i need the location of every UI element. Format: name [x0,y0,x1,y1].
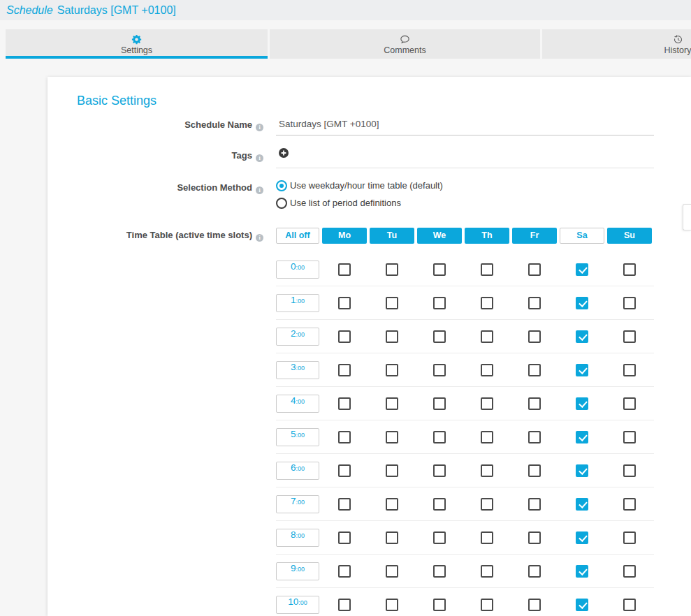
timeslot-checkbox-fr-1000[interactable] [528,599,541,611]
timeslot-checkbox-tu-400[interactable] [386,397,398,410]
radio-option[interactable]: Use weekday/hour time table (default) [276,180,654,191]
tab-settings[interactable]: Settings [6,29,268,59]
timeslot-checkbox-tu-900[interactable] [386,565,398,578]
time-slot-button[interactable]: 6:00 [276,462,319,480]
timeslot-checkbox-fr-700[interactable] [528,498,541,511]
radio-option[interactable]: Use list of period definitions [276,198,654,209]
timeslot-checkbox-mo-000[interactable] [338,263,351,276]
timeslot-checkbox-mo-600[interactable] [338,464,351,477]
timeslot-checkbox-su-500[interactable] [623,431,636,443]
timeslot-checkbox-mo-200[interactable] [338,330,351,343]
time-slot-button[interactable]: 5:00 [276,428,319,446]
time-slot-button[interactable]: 8:00 [276,529,319,547]
time-slot-button[interactable]: 10:00 [276,596,319,614]
timeslot-checkbox-tu-000[interactable] [386,263,398,276]
day-header-button-we[interactable]: We [417,228,462,244]
timeslot-checkbox-th-600[interactable] [481,464,493,477]
timeslot-checkbox-tu-300[interactable] [386,364,398,376]
day-header-button-th[interactable]: Th [465,228,509,244]
timeslot-checkbox-th-000[interactable] [481,263,493,276]
time-slot-button[interactable]: 1:00 [276,294,319,312]
timeslot-checkbox-th-900[interactable] [481,565,493,578]
day-header-button-tu[interactable]: Tu [370,228,414,244]
timeslot-checkbox-mo-300[interactable] [338,364,351,376]
timeslot-checkbox-su-200[interactable] [623,330,636,343]
timeslot-checkbox-sa-200[interactable] [576,330,588,343]
timeslot-checkbox-tu-100[interactable] [386,297,398,309]
timeslot-checkbox-sa-600[interactable] [576,464,588,477]
timeslot-checkbox-su-100[interactable] [623,297,636,309]
timeslot-checkbox-we-800[interactable] [433,531,446,544]
info-icon[interactable]: i [256,234,263,242]
timeslot-checkbox-sa-1000[interactable] [576,599,588,611]
timeslot-checkbox-sa-300[interactable] [576,364,588,376]
time-slot-button[interactable]: 0:00 [276,261,319,279]
timeslot-checkbox-mo-100[interactable] [338,297,351,309]
schedule-name-input[interactable] [276,117,657,129]
day-header-button-sa[interactable]: Sa [560,228,604,244]
timeslot-checkbox-fr-000[interactable] [528,263,541,276]
timeslot-checkbox-mo-800[interactable] [338,531,351,544]
timeslot-checkbox-su-600[interactable] [623,464,636,477]
timeslot-checkbox-fr-800[interactable] [528,531,541,544]
timeslot-checkbox-fr-300[interactable] [528,364,541,376]
timeslot-checkbox-we-1000[interactable] [433,599,446,611]
info-icon[interactable]: i [256,186,263,194]
timeslot-checkbox-su-400[interactable] [623,397,636,410]
timeslot-checkbox-th-100[interactable] [481,297,493,309]
day-header-button-su[interactable]: Su [607,228,652,244]
timeslot-checkbox-th-1000[interactable] [481,599,493,611]
timeslot-checkbox-su-900[interactable] [623,565,636,578]
timeslot-checkbox-we-200[interactable] [433,330,446,343]
timeslot-checkbox-th-700[interactable] [481,498,493,511]
timeslot-checkbox-su-000[interactable] [623,263,636,276]
time-slot-button[interactable]: 9:00 [276,562,319,580]
timeslot-checkbox-sa-800[interactable] [576,531,588,544]
timeslot-checkbox-mo-700[interactable] [338,498,351,511]
time-slot-button[interactable]: 4:00 [276,395,319,413]
timeslot-checkbox-we-100[interactable] [433,297,446,309]
timeslot-checkbox-su-800[interactable] [623,531,636,544]
timeslot-checkbox-sa-400[interactable] [576,397,588,410]
radio-button[interactable] [276,180,287,191]
time-slot-button[interactable]: 3:00 [276,361,319,379]
timeslot-checkbox-fr-500[interactable] [528,431,541,443]
timeslot-checkbox-fr-900[interactable] [528,565,541,578]
timeslot-checkbox-mo-900[interactable] [338,565,351,578]
timeslot-checkbox-mo-400[interactable] [338,397,351,410]
timeslot-checkbox-we-400[interactable] [433,397,446,410]
timeslot-checkbox-we-900[interactable] [433,565,446,578]
time-slot-button[interactable]: 7:00 [276,495,319,513]
timeslot-checkbox-su-300[interactable] [623,364,636,376]
timeslot-checkbox-th-300[interactable] [481,364,493,376]
timeslot-checkbox-we-600[interactable] [433,464,446,477]
timeslot-checkbox-tu-1000[interactable] [386,599,398,611]
tab-comments[interactable]: Comments [270,29,540,59]
timeslot-checkbox-tu-700[interactable] [386,498,398,511]
timeslot-checkbox-sa-900[interactable] [576,565,588,578]
timeslot-checkbox-tu-800[interactable] [386,531,398,544]
timeslot-checkbox-su-1000[interactable] [623,599,636,611]
timeslot-checkbox-th-400[interactable] [481,397,493,410]
radio-button[interactable] [276,198,287,209]
timeslot-checkbox-fr-600[interactable] [528,464,541,477]
day-header-button-fr[interactable]: Fr [512,228,557,244]
timeslot-checkbox-we-300[interactable] [433,364,446,376]
info-icon[interactable]: i [256,154,263,162]
timeslot-checkbox-sa-700[interactable] [576,498,588,511]
time-slot-button[interactable]: 2:00 [276,328,319,346]
add-tag-button[interactable] [279,148,289,158]
timeslot-checkbox-sa-100[interactable] [576,297,588,309]
timeslot-checkbox-sa-000[interactable] [576,263,588,276]
timeslot-checkbox-sa-500[interactable] [576,431,588,443]
timeslot-checkbox-fr-200[interactable] [528,330,541,343]
timeslot-checkbox-tu-500[interactable] [386,431,398,443]
timeslot-checkbox-mo-500[interactable] [338,431,351,443]
all-off-button[interactable]: All off [276,228,319,244]
timeslot-checkbox-fr-100[interactable] [528,297,541,309]
timeslot-checkbox-mo-1000[interactable] [338,599,351,611]
timeslot-checkbox-th-800[interactable] [481,531,493,544]
timeslot-checkbox-tu-200[interactable] [386,330,398,343]
tab-history[interactable]: History [542,29,691,59]
timeslot-checkbox-th-500[interactable] [481,431,493,443]
